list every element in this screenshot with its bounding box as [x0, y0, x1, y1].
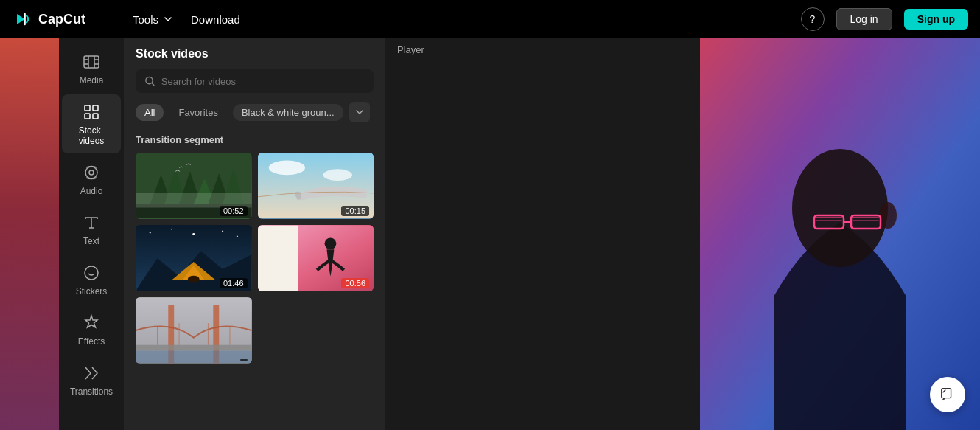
svg-point-24	[171, 229, 172, 230]
svg-point-33	[324, 237, 336, 249]
svg-point-20	[268, 161, 304, 176]
video-thumb-3[interactable]: 01:46	[136, 225, 252, 291]
svg-rect-2	[85, 105, 90, 111]
svg-point-47	[879, 202, 897, 229]
svg-point-6	[85, 167, 97, 178]
sticker-icon	[81, 263, 102, 283]
svg-rect-54	[853, 220, 879, 221]
chevron-down-icon	[163, 14, 173, 24]
chevron-down-icon	[355, 108, 364, 117]
nav-right: ? Log in Sign up	[801, 7, 968, 31]
film-icon	[81, 52, 102, 72]
search-input[interactable]	[161, 76, 365, 87]
sidebar-item-effects[interactable]: Effects	[62, 305, 121, 354]
svg-point-25	[192, 233, 195, 235]
video-thumb-4[interactable]: 00:56	[258, 225, 374, 291]
panel-title: Stock videos	[136, 47, 374, 60]
text-icon	[81, 212, 102, 233]
svg-rect-34	[258, 226, 298, 291]
logo: CapCut	[12, 9, 115, 30]
filter-more-button[interactable]	[349, 102, 370, 122]
video-thumb-2[interactable]: 00:15	[258, 153, 374, 219]
svg-rect-53	[853, 217, 879, 218]
signup-button[interactable]: Sign up	[904, 9, 968, 30]
sidebar-item-text[interactable]: Text	[62, 205, 121, 254]
edit-icon	[939, 386, 956, 403]
svg-point-8	[85, 266, 98, 280]
sidebar-label-audio: Audio	[80, 186, 103, 196]
sidebar-label-effects: Effects	[78, 336, 105, 347]
download-nav[interactable]: Download	[191, 13, 240, 26]
svg-rect-43	[136, 345, 252, 351]
login-button[interactable]: Log in	[836, 8, 892, 30]
sidebar: Media Stockvideos Audio	[59, 38, 124, 430]
filter-all[interactable]: All	[136, 104, 164, 121]
video-thumb-5[interactable]	[136, 297, 252, 364]
sidebar-label-stickers: Stickers	[76, 286, 108, 297]
logo-text: CapCut	[38, 12, 85, 27]
tools-menu[interactable]: Tools	[133, 13, 173, 26]
svg-rect-51	[816, 217, 842, 218]
video-duration-2: 00:15	[341, 206, 369, 216]
sidebar-label-stock-videos: Stockvideos	[79, 125, 105, 146]
filter-tag[interactable]: Black & white groun...	[233, 104, 343, 121]
video-duration-3: 01:46	[220, 278, 248, 288]
tools-label: Tools	[133, 13, 158, 26]
filter-row: All Favorites Black & white groun...	[136, 102, 374, 122]
video-duration-1: 00:52	[220, 206, 248, 216]
svg-rect-55	[942, 389, 951, 398]
section-title: Transition segment	[136, 134, 374, 145]
sidebar-label-transitions: Transitions	[70, 386, 113, 397]
svg-rect-3	[93, 105, 98, 111]
video-duration-4: 00:56	[341, 278, 369, 288]
sidebar-label-text: Text	[83, 236, 99, 246]
svg-point-7	[89, 170, 94, 175]
filter-favorites[interactable]: Favorites	[169, 104, 226, 121]
audio-icon	[81, 162, 102, 183]
video-thumb-1[interactable]: 00:52	[136, 153, 252, 219]
sidebar-item-audio[interactable]: Audio	[62, 155, 121, 204]
svg-rect-5	[93, 114, 98, 119]
player-label: Player	[385, 38, 702, 61]
video-duration-5	[240, 359, 248, 361]
svg-point-26	[222, 231, 223, 232]
svg-point-31	[188, 276, 200, 283]
svg-rect-1	[84, 56, 99, 68]
search-icon	[144, 75, 155, 87]
svg-point-23	[150, 232, 151, 234]
svg-point-27	[237, 235, 238, 237]
right-image-background	[700, 38, 980, 430]
sidebar-label-media: Media	[80, 75, 104, 86]
effects-icon	[81, 313, 102, 333]
svg-point-21	[323, 169, 351, 181]
search-bar[interactable]	[136, 69, 374, 93]
sidebar-item-transitions[interactable]: Transitions	[62, 356, 121, 404]
player-area: Player	[385, 38, 702, 430]
transitions-icon	[81, 363, 102, 384]
grid-icon	[81, 102, 102, 122]
floating-action-button[interactable]	[930, 377, 965, 412]
right-image-area	[700, 38, 980, 430]
svg-rect-4	[85, 114, 90, 119]
video-grid: 00:52	[136, 153, 374, 364]
background-gradient-svg	[700, 38, 980, 430]
sidebar-item-stickers[interactable]: Stickers	[62, 255, 121, 304]
svg-rect-44	[136, 351, 252, 364]
sidebar-item-media[interactable]: Media	[62, 44, 121, 93]
svg-rect-52	[816, 220, 842, 221]
content-panel: Stock videos All Favorites Black & white…	[124, 38, 385, 430]
help-button[interactable]: ?	[801, 7, 825, 31]
top-navigation: CapCut Tools Download ? Log in Sign up	[0, 0, 980, 38]
sidebar-item-stock-videos[interactable]: Stockvideos	[62, 94, 121, 153]
svg-point-46	[792, 149, 888, 267]
